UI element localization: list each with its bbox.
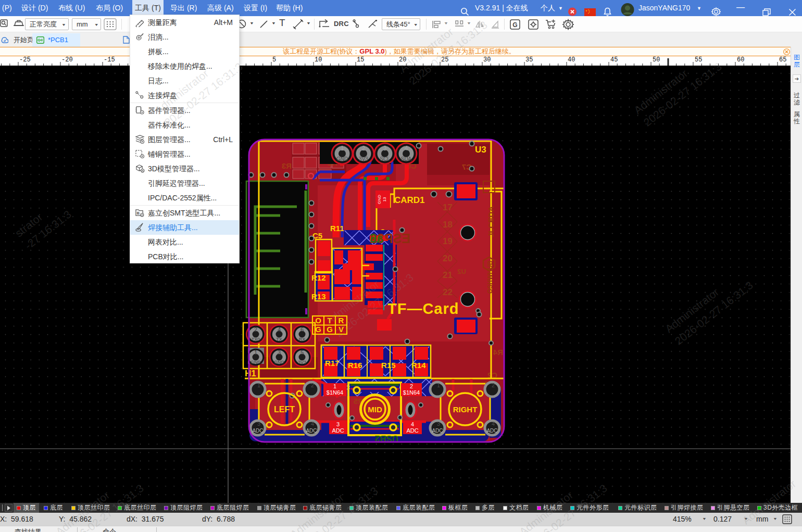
svg-text:4: 4 [411,421,414,427]
svg-text:T: T [327,316,332,325]
svg-text:G: G [327,325,333,334]
svg-text:LEFT: LEFT [274,405,295,414]
svg-text:1: 1 [254,349,257,356]
svg-text:ADC: ADC [332,427,344,434]
svg-text:GND: GND [274,360,285,365]
svg-text:20: 20 [443,254,453,263]
svg-text:MID: MID [368,405,382,414]
svg-text:2: 2 [254,326,257,333]
svg-text:OSHWHUB: OSHWHUB [486,260,494,294]
svg-text:3: 3 [257,421,260,427]
svg-text:R16: R16 [348,361,362,370]
svg-text:R11: R11 [330,224,344,233]
svg-text:a6: a6 [370,232,383,245]
svg-text:2: 2 [362,145,366,152]
svg-text:3: 3 [278,349,281,356]
svg-text:3V3: 3V3 [298,360,306,365]
svg-text:RX: RX [299,337,306,342]
svg-text:3: 3 [336,421,340,427]
svg-text:17: 17 [443,202,453,212]
svg-text:SCL: SCL [380,156,390,162]
svg-text:3: 3 [437,421,440,427]
svg-text:U2: U2 [457,268,466,275]
svg-text:V: V [339,325,344,334]
svg-text:R12: R12 [311,273,326,282]
svg-text:SDA: SDA [401,156,412,162]
svg-text:19: 19 [443,236,453,246]
svg-text:1: 1 [437,382,440,388]
svg-text:R3: R3 [282,161,292,170]
svg-text:6: 6 [300,326,304,333]
svg-text:CARD1: CARD1 [394,195,425,205]
svg-text:5: 5 [300,349,304,356]
svg-text:2: 2 [311,382,314,388]
svg-text:4: 4 [405,145,408,152]
svg-text:H1: H1 [245,369,256,378]
svg-text:R13: R13 [311,292,326,301]
svg-text:ADC: ADC [406,427,418,434]
svg-text:3: 3 [383,145,387,152]
svg-text:TF—Card: TF—Card [387,300,459,317]
svg-text:JLCEDA: JLCEDA [486,206,495,237]
svg-text:RIGHT: RIGHT [453,405,478,414]
svg-text:R: R [339,316,344,325]
svg-text:4: 4 [278,326,281,333]
svg-text:22: 22 [443,287,453,297]
svg-text:R14: R14 [411,361,426,370]
svg-text:G: G [315,325,321,334]
svg-text:4: 4 [492,421,495,427]
svg-text:18: 18 [443,220,453,230]
svg-text:GND: GND [336,156,348,162]
svg-text:U3: U3 [475,145,486,155]
svg-text:G: G [512,21,517,29]
svg-text:R15: R15 [381,361,396,370]
svg-text:GND: GND [377,195,382,204]
svg-text:B: B [136,211,140,216]
svg-text:2: 2 [492,382,495,388]
svg-text:R4: R4 [493,348,503,357]
svg-text:1: 1 [341,145,344,152]
svg-text:GND: GND [250,360,261,365]
svg-text:ADC: ADC [306,428,317,434]
svg-text:ADC: ADC [432,428,443,434]
svg-text:$1N64: $1N64 [403,389,420,396]
svg-text:TX: TX [276,337,282,342]
svg-text:TX0: TX0 [252,337,260,342]
svg-text:1: 1 [333,383,336,389]
svg-text:21: 21 [443,270,453,280]
svg-text:ADC: ADC [486,428,497,434]
svg-text:3V3: 3V3 [359,156,368,162]
svg-text:ADC: ADC [252,428,263,434]
svg-text:1: 1 [257,382,260,388]
svg-text:R17: R17 [325,359,340,368]
svg-text:4: 4 [311,421,314,427]
svg-text:O: O [315,316,321,325]
svg-text:$1N64: $1N64 [327,389,343,396]
svg-text:2: 2 [410,383,413,389]
svg-text:13: 13 [382,197,387,201]
